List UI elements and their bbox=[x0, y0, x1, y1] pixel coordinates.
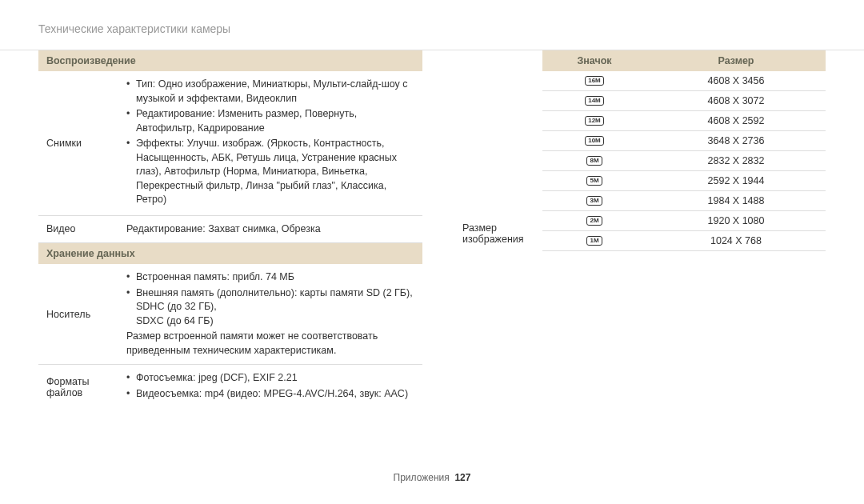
size-icon-cell: 12M bbox=[542, 111, 646, 130]
text: Редактирование: Захват снимка, Обрезка bbox=[126, 222, 414, 237]
size-icon-cell: 8M bbox=[542, 151, 646, 170]
right-column: Размер изображения Значок Размер 16M4608… bbox=[422, 50, 826, 409]
resolution-icon: 8M bbox=[586, 156, 602, 166]
resolution-icon: 3M bbox=[586, 196, 602, 206]
size-value-cell: 1984 X 1488 bbox=[646, 191, 826, 210]
bullet: Тип: Одно изображение, Миниатюры, Мульти… bbox=[126, 78, 414, 106]
table-row: 3M1984 X 1488 bbox=[542, 191, 826, 211]
size-icon-cell: 10M bbox=[542, 131, 646, 150]
size-value-cell: 4608 X 3456 bbox=[646, 71, 826, 90]
bullet: Встроенная память: прибл. 74 МБ bbox=[126, 270, 414, 285]
bullet: Фотосъемка: jpeg (DCF), EXIF 2.21 bbox=[126, 371, 414, 386]
resolution-icon: 5M bbox=[586, 176, 602, 186]
size-value-cell: 4608 X 3072 bbox=[646, 91, 826, 110]
size-icon-cell: 16M bbox=[542, 71, 646, 90]
section-header-storage: Хранение данных bbox=[38, 243, 422, 264]
table-row: 1M1024 X 768 bbox=[542, 231, 826, 251]
left-column: Воспроизведение Снимки Тип: Одно изображ… bbox=[38, 50, 422, 409]
size-value-cell: 4608 X 2592 bbox=[646, 111, 826, 130]
bullet: Видеосъемка: mp4 (видео: MPEG-4.AVC/H.26… bbox=[126, 387, 414, 402]
size-value-cell: 1024 X 768 bbox=[646, 231, 826, 250]
size-value-cell: 3648 X 2736 bbox=[646, 131, 826, 150]
th-icon: Значок bbox=[542, 50, 646, 71]
resolution-icon: 10M bbox=[585, 136, 604, 146]
table-row: 8M2832 X 2832 bbox=[542, 151, 826, 171]
footer: Приложения 127 bbox=[0, 472, 864, 483]
size-icon-cell: 14M bbox=[542, 91, 646, 110]
th-size: Размер bbox=[646, 50, 826, 71]
row-video: Видео Редактирование: Захват снимка, Обр… bbox=[38, 216, 422, 244]
resolution-icon: 12M bbox=[585, 116, 604, 126]
size-value-cell: 1920 X 1080 bbox=[646, 211, 826, 230]
row-file-formats: Форматы файлов Фотосъемка: jpeg (DCF), E… bbox=[38, 365, 422, 409]
bullet: Эффекты: Улучш. изображ. (Яркость, Контр… bbox=[126, 137, 414, 207]
row-value-media: Встроенная память: прибл. 74 МБ Внешняя … bbox=[126, 270, 414, 358]
table-row: 10M3648 X 2736 bbox=[542, 131, 826, 151]
table-row: 12M4608 X 2592 bbox=[542, 111, 826, 131]
footer-label: Приложения bbox=[394, 472, 450, 483]
row-label-media: Носитель bbox=[46, 270, 126, 358]
note: Размер встроенной памяти может не соотве… bbox=[126, 330, 414, 358]
size-value-cell: 2592 X 1944 bbox=[646, 171, 826, 190]
table-row: 5M2592 X 1944 bbox=[542, 171, 826, 191]
size-value-cell: 2832 X 2832 bbox=[646, 151, 826, 170]
content: Воспроизведение Снимки Тип: Одно изображ… bbox=[0, 50, 864, 409]
image-size-label: Размер изображения bbox=[462, 50, 542, 409]
size-icon-cell: 1M bbox=[542, 231, 646, 250]
resolution-icon: 2M bbox=[586, 216, 602, 226]
page-title: Технические характеристики камеры bbox=[0, 0, 864, 35]
row-photos: Снимки Тип: Одно изображение, Миниатюры,… bbox=[38, 71, 422, 216]
row-label-file-formats: Форматы файлов bbox=[46, 371, 126, 402]
row-value-photos: Тип: Одно изображение, Миниатюры, Мульти… bbox=[126, 78, 414, 209]
section-header-playback: Воспроизведение bbox=[38, 50, 422, 71]
row-value-file-formats: Фотосъемка: jpeg (DCF), EXIF 2.21 Видеос… bbox=[126, 371, 414, 402]
table-row: 16M4608 X 3456 bbox=[542, 71, 826, 91]
resolution-icon: 1M bbox=[586, 236, 602, 246]
table-row: 14M4608 X 3072 bbox=[542, 91, 826, 111]
resolution-icon: 14M bbox=[585, 96, 604, 106]
size-icon-cell: 5M bbox=[542, 171, 646, 190]
size-icon-cell: 3M bbox=[542, 191, 646, 210]
table-header: Значок Размер bbox=[542, 50, 826, 71]
bullet: Редактирование: Изменить размер, Поверну… bbox=[126, 107, 414, 135]
bullet: Внешняя память (дополнительно): карты па… bbox=[126, 286, 414, 329]
page-number: 127 bbox=[454, 472, 470, 483]
row-value-video: Редактирование: Захват снимка, Обрезка bbox=[126, 222, 414, 237]
resolution-icon: 16M bbox=[585, 76, 604, 86]
image-size-table: Значок Размер 16M4608 X 345614M4608 X 30… bbox=[542, 50, 826, 409]
table-row: 2M1920 X 1080 bbox=[542, 211, 826, 231]
size-icon-cell: 2M bbox=[542, 211, 646, 230]
row-label-video: Видео bbox=[46, 222, 126, 237]
row-media: Носитель Встроенная память: прибл. 74 МБ… bbox=[38, 264, 422, 365]
row-label-photos: Снимки bbox=[46, 78, 126, 209]
